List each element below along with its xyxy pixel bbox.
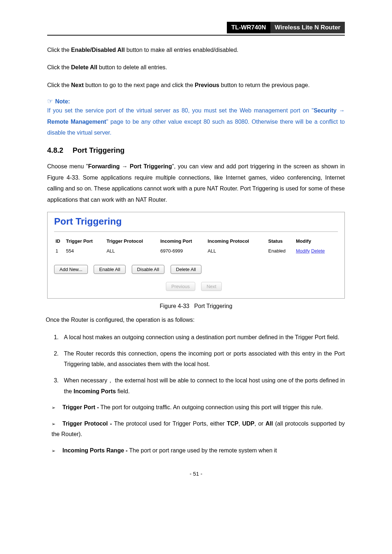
section-heading: 4.8.2Port Triggering <box>47 146 345 155</box>
delete-link[interactable]: Delete <box>311 248 325 254</box>
paragraph-next-previous: Click the Next button to go to the next … <box>47 80 345 91</box>
enable-all-button[interactable]: Enable All <box>94 265 126 274</box>
bullet-incoming-ports: Incoming Ports Range - The port or port … <box>52 445 345 456</box>
cell-incoming-protocol: ALL <box>206 246 267 256</box>
table-header-row: ID Trigger Port Trigger Protocol Incomin… <box>54 236 338 246</box>
delete-all-button[interactable]: Delete All <box>171 265 201 274</box>
screenshot-title: Port Triggering <box>54 216 338 227</box>
bullet-trigger-protocol: Trigger Protocol - The protocol used for… <box>52 418 345 440</box>
modify-link[interactable]: Modify <box>296 248 310 254</box>
next-button: Next <box>201 282 222 291</box>
document-header: TL-WR740NWireless Lite N Router <box>47 22 345 33</box>
th-incoming-protocol: Incoming Protocol <box>206 236 267 246</box>
th-status: Status <box>267 236 294 246</box>
figure-caption: Figure 4-33 Port Triggering <box>47 303 345 309</box>
step-3: When necessary， the external host will b… <box>60 375 345 397</box>
cell-id: 1 <box>54 246 65 256</box>
disable-all-button[interactable]: Disable All <box>132 265 165 274</box>
button-row-1: Add New... Enable All Disable All Delete… <box>54 265 338 274</box>
button-row-2: Previous Next <box>54 282 338 291</box>
table-row: 1 554 ALL 6970-6999 ALL Enabled Modify D… <box>54 246 338 256</box>
add-new-button[interactable]: Add New... <box>54 265 88 274</box>
hand-icon: ☞ <box>47 98 53 105</box>
section-description: Choose menu "Forwarding → Port Triggerin… <box>47 161 345 205</box>
note-heading: ☞Note: <box>47 97 345 105</box>
step-1: A local host makes an outgoing connectio… <box>60 332 345 343</box>
screenshot-divider <box>54 231 338 232</box>
step-2: The Router records this connection, open… <box>60 348 345 370</box>
model-number: TL-WR740N <box>227 22 270 33</box>
cell-status: Enabled <box>267 246 294 256</box>
th-modify: Modify <box>294 236 338 246</box>
th-incoming-port: Incoming Port <box>159 236 206 246</box>
port-triggering-table: ID Trigger Port Trigger Protocol Incomin… <box>54 236 338 256</box>
paragraph-enable-disable: Click the Enable/Disabled All button to … <box>47 45 345 56</box>
cell-modify-links: Modify Delete <box>294 246 338 256</box>
header-divider <box>47 35 345 36</box>
cell-trigger-port: 554 <box>65 246 105 256</box>
page-number: - 51 - <box>47 471 345 477</box>
bullet-list: Trigger Port - The port for outgoing tra… <box>52 402 345 456</box>
cell-trigger-protocol: ALL <box>105 246 159 256</box>
paragraph-delete-all: Click the Delete All button to delete al… <box>47 62 345 73</box>
th-id: ID <box>54 236 65 246</box>
th-trigger-port: Trigger Port <box>65 236 105 246</box>
bullet-trigger-port: Trigger Port - The port for outgoing tra… <box>52 402 345 413</box>
once-configured-text: Once the Router is configured, the opera… <box>46 315 345 325</box>
port-triggering-screenshot: Port Triggering ID Trigger Port Trigger … <box>47 212 345 299</box>
th-trigger-protocol: Trigger Protocol <box>105 236 159 246</box>
note-body: If you set the service port of the virtu… <box>47 105 345 138</box>
steps-list: A local host makes an outgoing connectio… <box>60 332 345 397</box>
product-name: Wireless Lite N Router <box>270 22 345 33</box>
cell-incoming-port: 6970-6999 <box>159 246 206 256</box>
previous-button: Previous <box>166 282 195 291</box>
